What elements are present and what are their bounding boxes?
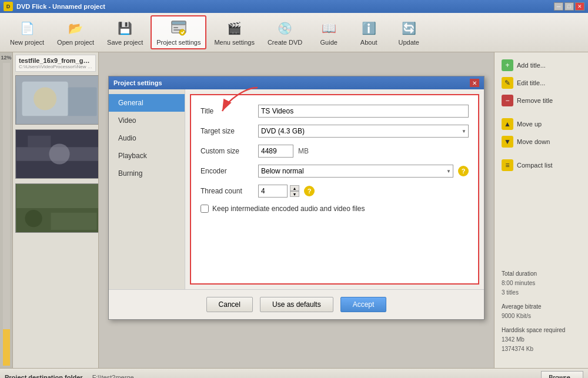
progress-track (3, 63, 10, 366)
thumbnail-3[interactable] (15, 183, 99, 233)
create-dvd-icon: 💿 (276, 19, 295, 38)
nav-playback[interactable]: Playback (109, 147, 185, 165)
thread-count-spinner: ▲ ▼ (258, 185, 299, 198)
update-icon: 🔄 (399, 19, 418, 38)
about-button[interactable]: ℹ️ About (350, 16, 387, 49)
target-size-label: Target size (201, 127, 253, 135)
thumb-placeholder-2 (16, 130, 99, 178)
svg-rect-16 (51, 213, 96, 230)
guide-icon: 📖 (319, 19, 338, 38)
window-controls[interactable]: ─ □ ✕ (554, 2, 584, 11)
title-label: Title (201, 107, 253, 115)
new-project-label: New project (10, 39, 44, 46)
nav-video[interactable]: Video (109, 112, 185, 129)
accept-button[interactable]: Accept (340, 297, 387, 312)
dialog-close-button[interactable]: ✕ (470, 79, 479, 87)
project-settings-icon (169, 19, 188, 38)
remove-title-label: Remove title (517, 97, 553, 104)
encoder-help-button[interactable]: ? (458, 166, 469, 176)
minimize-button[interactable]: ─ (554, 2, 563, 11)
bottom-bar: Project destination folder F:\\test2merg… (0, 368, 588, 378)
guide-label: Guide (320, 39, 338, 46)
use-as-defaults-button[interactable]: Use as defaults (260, 297, 333, 312)
move-up-label: Move up (517, 121, 542, 128)
add-title-button[interactable]: + Add title... (497, 57, 586, 73)
move-down-button[interactable]: ▼ Move down (497, 133, 586, 150)
thumbnail-1[interactable] (15, 75, 99, 125)
compact-list-button[interactable]: ≡ Compact list (497, 157, 586, 173)
update-button[interactable]: 🔄 Update (390, 16, 427, 49)
compact-list-label: Compact list (517, 162, 553, 169)
right-panel: + Add title... ✎ Edit title... − Remove … (494, 52, 588, 368)
space-kb: 1374374 Kb (502, 344, 581, 354)
dialog-body: General Video Audio Playback Burning Tit… (109, 89, 484, 289)
save-project-icon: 💾 (116, 19, 135, 38)
remove-title-button[interactable]: − Remove title (497, 92, 586, 109)
project-settings-button[interactable]: Project settings (151, 15, 206, 49)
open-project-icon: 📂 (66, 19, 85, 38)
move-up-button[interactable]: ▲ Move up (497, 116, 586, 132)
move-down-icon: ▼ (502, 136, 513, 148)
svg-rect-8 (68, 88, 97, 116)
maximize-button[interactable]: □ (564, 2, 574, 11)
duration-stat: Total duration 8:00 minutes 3 titles (502, 269, 581, 297)
edit-title-icon: ✎ (502, 77, 513, 89)
bitrate-value: 9000 Kbit/s (502, 312, 581, 321)
create-dvd-button[interactable]: 💿 Create DVD (262, 16, 308, 49)
thumb-placeholder-1 (16, 76, 99, 124)
keep-files-label: Keep intermediate encoded audio and vide… (212, 205, 365, 213)
progress-sidebar: 12% (0, 52, 13, 368)
window-title: DVD Flick - Unnamed project (16, 3, 105, 10)
target-size-row: Target size DVD (4.3 GB) DVD (8.5 GB) Cu… (201, 125, 469, 138)
custom-size-input[interactable] (258, 145, 293, 158)
new-project-button[interactable]: 📄 New project (5, 16, 49, 49)
thread-count-help-button[interactable]: ? (304, 186, 315, 196)
file-path: C:\\Users\\VideoProcessor\\New folder\\t… (19, 64, 92, 69)
add-title-label: Add title... (517, 62, 546, 69)
duration-value: 8:00 minutes (502, 279, 581, 288)
svg-point-11 (49, 143, 69, 164)
thumb-placeholder-3 (16, 184, 99, 232)
keep-files-checkbox[interactable] (201, 205, 209, 213)
thumbnail-2[interactable] (15, 129, 99, 179)
svg-rect-12 (28, 136, 51, 148)
duration-label: Total duration (502, 269, 581, 279)
open-project-button[interactable]: 📂 Open project (52, 16, 99, 49)
browse-button[interactable]: Browse... (541, 371, 583, 379)
dest-folder-label: Project destination folder (5, 374, 83, 379)
project-settings-dialog: Project settings ✕ General Video Audio P… (108, 76, 485, 320)
menu-settings-label: Menu settings (214, 39, 254, 46)
title-row: Title (201, 105, 469, 118)
save-project-button[interactable]: 💾 Save project (102, 16, 148, 49)
menu-settings-button[interactable]: 🎬 Menu settings (209, 16, 259, 49)
cancel-button[interactable]: Cancel (206, 297, 253, 312)
dialog-sidebar: General Video Audio Playback Burning (109, 89, 185, 289)
target-size-select[interactable]: DVD (4.3 GB) DVD (8.5 GB) Custom (258, 125, 469, 138)
edit-title-label: Edit title... (517, 79, 545, 86)
close-button[interactable]: ✕ (575, 2, 584, 11)
open-project-label: Open project (57, 39, 94, 46)
encoder-select[interactable]: Lowest Below normal Normal Above normal … (258, 165, 453, 178)
checkbox-row: Keep intermediate encoded audio and vide… (201, 205, 469, 213)
about-label: About (360, 39, 377, 46)
thumbnails-panel: testfile_16x9_from_german-TV C:\\Users\\… (13, 52, 99, 368)
thread-count-label: Thread count (201, 187, 253, 195)
dialog-footer: Cancel Use as defaults Accept (109, 289, 484, 319)
nav-audio[interactable]: Audio (109, 129, 185, 147)
thread-count-down[interactable]: ▼ (290, 191, 299, 197)
thread-count-up[interactable]: ▲ (290, 185, 299, 191)
nav-general[interactable]: General (109, 94, 185, 112)
edit-title-button[interactable]: ✎ Edit title... (497, 75, 586, 91)
guide-button[interactable]: 📖 Guide (310, 16, 348, 49)
compact-list-icon: ≡ (502, 159, 513, 171)
bitrate-stat: Average bitrate 9000 Kbit/s (502, 302, 581, 321)
thread-count-input[interactable] (258, 185, 288, 198)
svg-rect-14 (16, 184, 99, 208)
space-label: Harddisk space required (502, 326, 581, 335)
svg-rect-2 (173, 27, 178, 28)
move-up-icon: ▲ (502, 118, 513, 130)
nav-burning[interactable]: Burning (109, 165, 185, 182)
thread-count-row: Thread count ▲ ▼ ? (201, 185, 469, 198)
title-input[interactable] (258, 105, 469, 118)
project-settings-label: Project settings (156, 39, 201, 46)
